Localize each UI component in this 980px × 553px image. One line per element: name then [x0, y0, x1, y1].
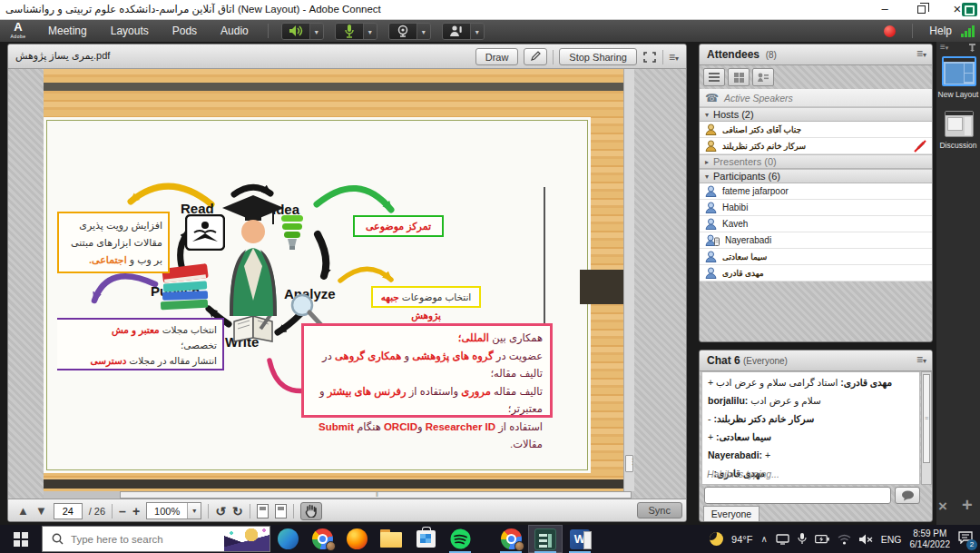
participant-name: fateme jafarpoor [722, 186, 789, 196]
status-button[interactable] [443, 24, 470, 39]
chat-text: + [708, 431, 716, 442]
zoom-out-button[interactable]: – [119, 504, 126, 518]
hosts-section-header[interactable]: ▾ Hosts (2) [700, 107, 932, 122]
minimize-button[interactable]: – [871, 0, 898, 20]
chat-sender: سرکار خانم دکتر نظربلند: [713, 413, 814, 424]
pointer-tool-button[interactable] [524, 48, 547, 65]
send-message-button[interactable] [895, 487, 920, 504]
previous-page-button[interactable]: ▲ [17, 504, 29, 518]
list-view-button[interactable] [703, 68, 725, 86]
menu-layouts[interactable]: Layouts [99, 20, 161, 42]
page-total-label: / 26 [89, 506, 105, 517]
presenters-section-header[interactable]: ▸ Presenters (0) [700, 154, 932, 169]
pan-tool-button[interactable] [300, 502, 322, 520]
chat-scrollbar-thumb[interactable] [923, 374, 930, 463]
host-row[interactable]: جناب آقای دکتر اصنافی [700, 122, 932, 138]
taskbar-firefox[interactable] [339, 525, 374, 553]
close-pod-icon[interactable]: × [938, 498, 947, 516]
battery-icon[interactable] [815, 534, 829, 544]
recording-indicator-icon[interactable] [884, 25, 896, 37]
visibility-note-box: افزایش رویت پذیری مقالات ابزارهای مبتنی … [57, 212, 170, 273]
taskbar-word[interactable]: W [563, 525, 597, 553]
wifi-icon[interactable] [838, 534, 851, 545]
chat-scrollbar[interactable] [921, 371, 932, 485]
taskbar-adobe-connect[interactable] [528, 525, 563, 553]
weather-temp[interactable]: 94°F [731, 534, 752, 545]
draw-button[interactable]: Draw [475, 48, 519, 65]
vertical-scrollbar[interactable] [623, 69, 634, 491]
taskbar-store[interactable] [408, 525, 443, 553]
mic-dropdown[interactable]: ▾ [363, 24, 377, 39]
action-center-button[interactable]: 2 [958, 531, 973, 548]
participant-row[interactable]: Kaveh [700, 216, 932, 232]
taskbar-file-explorer[interactable] [374, 525, 408, 553]
zoom-in-button[interactable]: + [132, 504, 140, 518]
mic-button[interactable] [336, 24, 363, 39]
zoom-level-select[interactable]: 100% ▾ [146, 502, 201, 519]
taskbar-chrome-2[interactable] [494, 525, 528, 553]
stop-sharing-button[interactable]: Stop Sharing [559, 48, 637, 65]
connection-signal-icon[interactable] [961, 25, 975, 37]
volume-muted-icon[interactable] [859, 534, 873, 545]
tab-everyone[interactable]: Everyone [703, 506, 760, 522]
next-page-button[interactable]: ▼ [35, 504, 47, 518]
sync-button[interactable]: Sync [637, 502, 682, 518]
taskbar-clock[interactable]: 8:59 PM 6/14/2022 [910, 528, 951, 550]
host-row[interactable]: سرکار خانم دکتر نظربلند [700, 138, 932, 154]
search-input[interactable] [71, 534, 207, 545]
add-pod-icon[interactable]: + [962, 495, 973, 516]
language-indicator[interactable]: ENG [881, 534, 902, 545]
speaker-dropdown[interactable]: ▾ [309, 24, 323, 39]
tray-mic-icon[interactable] [798, 533, 807, 545]
start-button[interactable] [0, 525, 42, 553]
participant-row[interactable]: Nayerabadi [700, 232, 932, 249]
meet-now-icon[interactable] [776, 534, 789, 545]
page-number-input[interactable] [54, 503, 83, 519]
attendees-pod: Attendees (8) ≡▾ ☎ Active Speakers ▾ Hos… [699, 44, 933, 342]
chat-pod-menu-icon[interactable]: ≡▾ [916, 353, 926, 366]
tray-expand-icon[interactable]: ∧ [760, 534, 767, 544]
attendees-pod-menu-icon[interactable]: ≡▾ [916, 47, 926, 60]
taskbar-chrome[interactable] [305, 525, 339, 553]
participant-row[interactable]: Habibi [700, 200, 932, 216]
share-pod-menu-icon[interactable]: ≡▾ [669, 51, 679, 64]
card-view-button[interactable] [752, 68, 774, 86]
layout-discussion-thumbnail[interactable] [945, 111, 974, 137]
taskbar-search[interactable] [42, 526, 270, 552]
menu-audio[interactable]: Audio [209, 20, 260, 42]
rotate-right-button[interactable]: ↻ [232, 504, 243, 518]
zoom-level-value: 100% [147, 503, 187, 518]
fit-width-button[interactable] [257, 504, 269, 518]
participant-row[interactable]: سیما سعادتی [700, 249, 932, 265]
document-area[interactable]: Read Idea Analyze Write Publish [8, 69, 686, 499]
status-dropdown[interactable]: ▾ [470, 24, 484, 39]
restore-button[interactable] [907, 0, 935, 20]
pin-icon[interactable] [968, 44, 976, 52]
menu-meeting[interactable]: Meeting [36, 20, 99, 42]
speaker-button[interactable] [282, 24, 309, 39]
grid-view-button[interactable] [728, 68, 750, 86]
webcam-button[interactable] [389, 24, 416, 39]
webcam-dropdown[interactable]: ▾ [416, 24, 430, 39]
layouts-menu-icon[interactable]: ≡▾ [940, 42, 948, 52]
zoom-caret-icon[interactable]: ▾ [187, 503, 201, 518]
participant-row[interactable]: مهدی قادری [700, 265, 932, 281]
restore-icon [917, 5, 926, 14]
horizontal-scrollbar[interactable] [44, 491, 634, 499]
menu-help[interactable]: Help [929, 25, 952, 37]
horizontal-scrollbar-thumb[interactable] [120, 491, 632, 499]
rotate-left-button[interactable]: ↺ [215, 504, 226, 518]
taskbar-edge[interactable] [270, 525, 305, 553]
mic-control: ▾ [335, 23, 377, 40]
taskbar-spotify[interactable] [443, 525, 477, 553]
participants-section-header[interactable]: ▾ Participants (6) [700, 169, 932, 183]
vertical-scrollbar-thumb[interactable] [625, 455, 633, 472]
fullscreen-icon[interactable] [642, 51, 657, 64]
chat-input[interactable] [704, 487, 891, 504]
chat-text: + [762, 449, 770, 460]
search-daily-art[interactable] [224, 527, 270, 551]
menu-pods[interactable]: Pods [161, 20, 209, 42]
layout-new-layout-thumbnail[interactable] [942, 56, 976, 86]
participant-row[interactable]: fateme jafarpoor [700, 183, 932, 200]
fit-page-button[interactable] [275, 504, 287, 518]
